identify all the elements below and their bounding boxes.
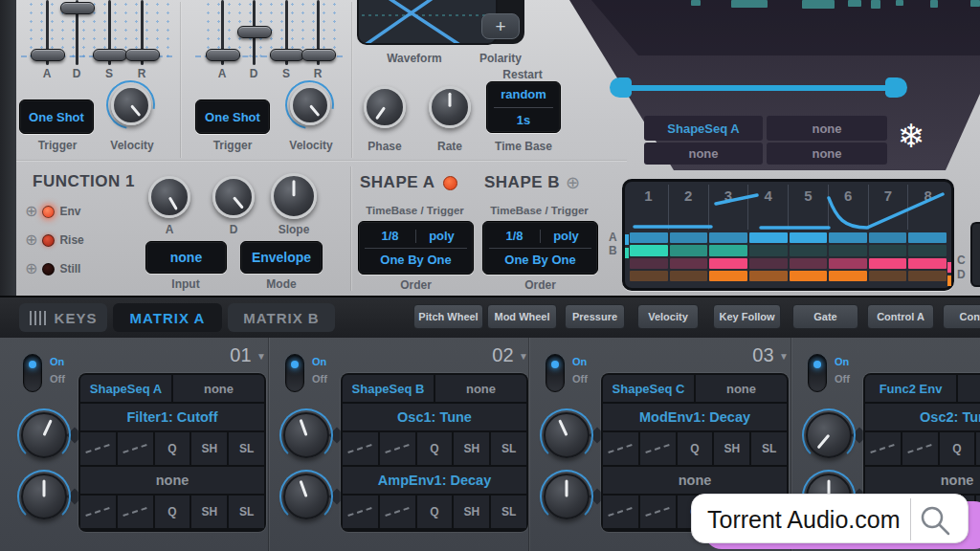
function-mode-still[interactable]: ⊕ Still [25, 261, 80, 276]
destination-selector[interactable]: ModEnv1: Decay [603, 404, 787, 430]
seq-cell[interactable] [829, 258, 867, 269]
overlay-source-cell[interactable]: none [767, 143, 887, 165]
function-decay-knob[interactable] [212, 176, 255, 218]
via-selector[interactable]: none [435, 375, 526, 402]
velocity-knob[interactable] [111, 85, 151, 125]
depth-knob-2[interactable] [21, 474, 67, 519]
slew-button[interactable]: SL [751, 432, 787, 465]
sustain-slider[interactable] [285, 0, 288, 65]
source-selector[interactable]: ShapeSeq A [80, 375, 171, 402]
quantize-button[interactable]: Q [155, 496, 190, 528]
quantize-button[interactable]: Q [417, 496, 453, 528]
slot-on-off-toggle[interactable] [546, 354, 565, 392]
seq-cell[interactable] [869, 258, 907, 269]
source-selector[interactable]: Func2 Env [865, 375, 956, 402]
destination-selector[interactable]: Osc2: Tune [865, 404, 980, 430]
tab-matrix-a[interactable]: MATRIX A [113, 303, 222, 332]
function-attack-knob[interactable] [148, 176, 190, 218]
attack-slider[interactable] [46, 0, 49, 65]
seq-cell[interactable] [790, 271, 828, 281]
overlay-source-cell[interactable]: none [767, 116, 887, 141]
seq-cell[interactable] [709, 258, 747, 269]
slew-button[interactable]: SL [491, 432, 526, 465]
curve-button[interactable] [80, 496, 116, 528]
curve-button[interactable] [902, 432, 938, 465]
shape-b-rate[interactable]: 1/8 [489, 229, 540, 243]
seq-cell[interactable] [749, 271, 788, 281]
one-shot-button[interactable]: One Shot [195, 99, 270, 134]
function-mode-rise[interactable]: ⊕ Rise [25, 232, 84, 248]
curve-button[interactable] [118, 496, 153, 528]
sample-hold-button[interactable]: SH [976, 432, 980, 465]
sample-hold-button[interactable]: SH [454, 496, 489, 528]
function-slope-knob[interactable] [271, 173, 317, 219]
function-mode-env[interactable]: ⊕ Env [25, 204, 80, 219]
seq-cell[interactable] [709, 245, 747, 255]
curve-button[interactable] [80, 432, 116, 465]
restart-value[interactable]: random [501, 82, 546, 107]
decay-slider[interactable] [76, 0, 78, 65]
destination-selector[interactable]: none [865, 467, 980, 494]
search-icon[interactable] [920, 505, 952, 538]
sample-hold-button[interactable]: SH [714, 432, 749, 465]
overlay-source-cell[interactable]: none [644, 143, 763, 165]
seq-cell[interactable] [869, 271, 907, 281]
slot-on-off-toggle[interactable] [23, 354, 42, 392]
timebase-box[interactable]: random 1s [486, 81, 561, 133]
source-selector[interactable]: ShapeSeq B [343, 375, 434, 402]
curve-button[interactable] [603, 432, 638, 465]
polarity-add-button[interactable]: + [481, 13, 520, 39]
mod-source-control-b[interactable]: Cont [943, 304, 980, 329]
sample-hold-button[interactable]: SH [454, 432, 489, 465]
curve-button[interactable] [640, 432, 676, 465]
mod-source-gate[interactable]: Gate [792, 304, 858, 329]
shape-sequencer[interactable]: 12345678 [622, 179, 954, 291]
quantize-button[interactable]: Q [155, 432, 190, 465]
seq-cell[interactable] [908, 271, 947, 281]
destination-selector[interactable]: none [603, 467, 787, 494]
seq-cell[interactable] [829, 271, 867, 281]
mod-source-velocity[interactable]: Velocity [637, 304, 699, 329]
via-selector[interactable]: none [958, 375, 980, 402]
curve-button[interactable] [380, 496, 415, 528]
shape-a-order[interactable]: One By One [380, 249, 451, 272]
timebase-value[interactable]: 1s [517, 108, 530, 133]
attack-slider[interactable] [221, 0, 224, 65]
curve-button[interactable] [343, 496, 378, 528]
mod-source-control-a[interactable]: Control A [867, 304, 934, 329]
snowflake-icon[interactable]: ❄ [898, 117, 925, 155]
seq-cell[interactable] [670, 245, 708, 255]
curve-button[interactable] [343, 432, 378, 465]
seq-cell[interactable] [790, 245, 828, 255]
function-input-selector[interactable]: none [145, 241, 227, 274]
via-selector[interactable]: none [696, 375, 787, 402]
quantize-button[interactable]: Q [940, 432, 975, 465]
shape-b-trigger[interactable]: poly [541, 229, 591, 243]
curve-button[interactable] [118, 432, 153, 465]
shape-b-mode-icon[interactable]: ⊕ [566, 172, 580, 193]
destination-selector[interactable]: AmpEnv1: Decay [343, 467, 526, 494]
curve-button[interactable] [865, 432, 901, 465]
depth-knob-1[interactable] [544, 412, 590, 458]
slot-on-off-toggle[interactable] [808, 354, 827, 392]
depth-knob-2[interactable] [544, 474, 590, 519]
seq-cell[interactable] [908, 245, 947, 255]
shape-a-trigger[interactable]: poly [416, 229, 467, 243]
tab-matrix-b[interactable]: MATRIX B [228, 303, 335, 332]
range-slider-left-handle[interactable] [610, 77, 632, 98]
shape-b-order[interactable]: One By One [504, 249, 575, 272]
sample-hold-button[interactable]: SH [191, 496, 227, 528]
mod-source-mod-wheel[interactable]: Mod Wheel [487, 304, 557, 329]
velocity-knob[interactable] [290, 85, 330, 125]
depth-knob-1[interactable] [283, 412, 329, 458]
quantize-button[interactable]: Q [678, 432, 713, 465]
seq-cell[interactable] [790, 258, 828, 269]
sustain-slider[interactable] [108, 0, 111, 65]
slot-number[interactable]: 03 ▼ [601, 344, 789, 366]
seq-cell[interactable] [829, 245, 867, 255]
seq-cell[interactable] [670, 258, 708, 269]
seq-cell[interactable] [749, 245, 788, 255]
decay-slider[interactable] [253, 0, 256, 65]
slot-number[interactable]: 01 ▼ [78, 344, 266, 366]
range-slider-track[interactable] [622, 85, 905, 91]
